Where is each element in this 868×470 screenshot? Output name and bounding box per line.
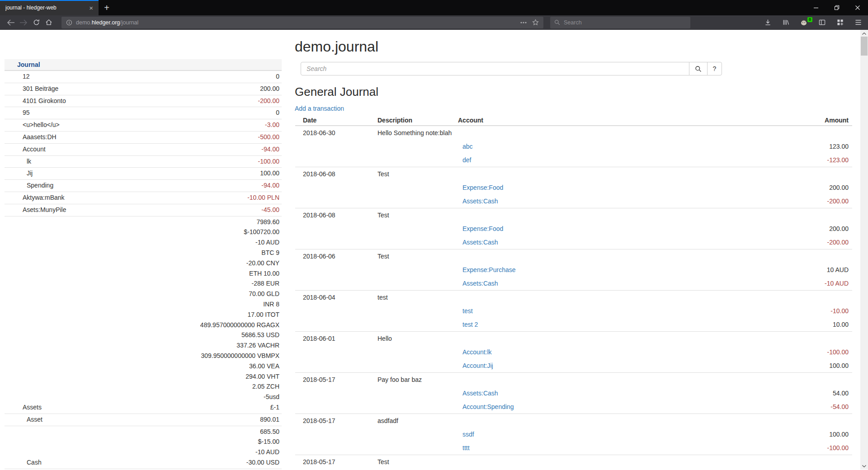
transaction-header-row: 2018-05-17 Pay foo bar baz bbox=[295, 373, 852, 386]
scrollbar-down-button[interactable] bbox=[860, 462, 868, 470]
window-close-button[interactable] bbox=[847, 0, 868, 15]
sidebar-account-balance: -100.00 bbox=[258, 156, 282, 167]
posting-account-link[interactable]: Expense:Purchase bbox=[458, 266, 766, 273]
column-header-description: Description bbox=[377, 117, 458, 124]
posting-account-link[interactable]: Account:Spending bbox=[458, 403, 766, 410]
transaction-date: 2018-06-30 bbox=[295, 129, 377, 136]
sidebar-account-link[interactable]: 301 Beiträge bbox=[5, 84, 260, 94]
posting-row: def -123.00 bbox=[295, 153, 852, 167]
sidebar-account-row: <u>hello</u> -3.00 bbox=[5, 119, 282, 131]
sidebar-account-link[interactable]: Asets:MunyPile bbox=[5, 205, 261, 215]
journal-search-input[interactable] bbox=[301, 62, 689, 75]
posting-account-link[interactable]: abc bbox=[458, 143, 766, 150]
transaction-date: 2018-05-17 bbox=[295, 376, 377, 383]
posting-row: test 2 10.00 bbox=[295, 318, 852, 331]
page-scrollbar[interactable] bbox=[860, 30, 868, 470]
posting-account-link[interactable]: Assets:Cash bbox=[458, 239, 766, 246]
scrollbar-thumb[interactable] bbox=[861, 37, 868, 56]
sidebar-journal-link[interactable]: Journal bbox=[17, 61, 40, 68]
transaction-list: 2018-06-30 Hello Something note:blah abc… bbox=[295, 126, 852, 469]
posting-account-link[interactable]: def bbox=[458, 156, 766, 164]
posting-row: Expense:Food 200.00 bbox=[295, 222, 852, 235]
menu-button[interactable] bbox=[852, 19, 864, 25]
transaction-description: Test bbox=[377, 458, 458, 465]
sidebar-account-link[interactable]: <u>hello</u> bbox=[5, 120, 265, 130]
home-icon bbox=[45, 19, 52, 26]
new-tab-button[interactable]: + bbox=[99, 0, 115, 15]
search-submit-button[interactable] bbox=[689, 62, 708, 75]
browser-search-bar[interactable]: Search bbox=[550, 17, 690, 28]
reload-button[interactable] bbox=[30, 19, 42, 26]
download-icon bbox=[764, 19, 771, 26]
posting-account-link[interactable]: Assets:Cash bbox=[458, 280, 766, 287]
posting-row: Account:Jij 100.00 bbox=[295, 359, 852, 372]
customize-button[interactable] bbox=[834, 19, 846, 26]
back-button[interactable] bbox=[5, 19, 17, 26]
add-transaction-link[interactable]: Add a transaction bbox=[295, 105, 344, 112]
tab-close-icon[interactable]: × bbox=[88, 5, 94, 11]
transaction-description: Test bbox=[377, 212, 458, 219]
sidebar-account-row: Spending -94.00 bbox=[5, 179, 282, 192]
library-button[interactable] bbox=[779, 19, 792, 26]
posting-account-link[interactable]: Assets:Cash bbox=[458, 390, 766, 397]
posting-account-link[interactable]: Account:Jij bbox=[458, 362, 766, 369]
posting-account-link[interactable]: Account:lk bbox=[458, 348, 766, 356]
search-help-button[interactable]: ? bbox=[707, 62, 722, 75]
posting-amount: 123.00 bbox=[766, 143, 852, 150]
sidebar-account-link[interactable]: lk bbox=[5, 156, 258, 167]
page-actions-button[interactable] bbox=[520, 22, 527, 24]
journal-table: Date Description Account Amount 2018-06-… bbox=[295, 115, 852, 469]
posting-row: ssdf 100.00 bbox=[295, 428, 852, 441]
posting-account-link[interactable]: ssdf bbox=[458, 431, 766, 438]
window-controls bbox=[806, 0, 868, 15]
sidebar-account-link[interactable]: Cash bbox=[5, 457, 246, 468]
sidebar-account-link[interactable]: 4101 Girokonto bbox=[5, 96, 258, 106]
site-info-icon[interactable] bbox=[66, 19, 72, 26]
posting-amount: 10 AUD bbox=[766, 266, 852, 273]
posting-account-link[interactable]: test bbox=[458, 307, 766, 315]
posting-account-link[interactable]: tttt bbox=[458, 444, 766, 451]
sidebar-account-link[interactable]: 95 bbox=[5, 108, 276, 118]
downloads-button[interactable] bbox=[761, 19, 774, 26]
bookmark-star-button[interactable] bbox=[532, 19, 539, 26]
sidebar-accounts-table: Journal 12 0 301 Beiträge 200.00 4101 Gi… bbox=[5, 59, 282, 470]
posting-amount: -10.00 bbox=[766, 307, 852, 315]
posting-row: Assets:Cash -200.00 bbox=[295, 235, 852, 249]
menu-icon bbox=[855, 19, 862, 25]
sidebar-account-link[interactable]: Jij bbox=[5, 168, 260, 179]
url-path: /journal bbox=[120, 19, 138, 26]
posting-account-link[interactable]: Expense:Food bbox=[458, 184, 766, 191]
grid-add-icon bbox=[837, 19, 844, 26]
sidebar-account-link[interactable]: Asset bbox=[5, 414, 260, 425]
sidebar-account-link[interactable]: Aaasets:DH bbox=[5, 132, 258, 142]
transaction-date: 2018-06-01 bbox=[295, 335, 377, 342]
posting-account-link[interactable]: Assets:Cash bbox=[458, 197, 766, 205]
scrollbar-up-button[interactable] bbox=[860, 30, 868, 37]
sidebar-account-link[interactable]: Assets bbox=[5, 402, 200, 413]
sidebar-account-link[interactable]: Aktywa:mBank bbox=[5, 193, 247, 203]
column-header-amount: Amount bbox=[766, 117, 852, 124]
transaction-description: Hello bbox=[377, 335, 458, 342]
transaction: 2018-05-17 Pay foo bar baz Assets:Cash 5… bbox=[295, 372, 852, 414]
transaction-description: Test bbox=[377, 253, 458, 260]
sidebar: Journal 12 0 301 Beiträge 200.00 4101 Gi… bbox=[0, 30, 283, 470]
extension-button[interactable]: 0 bbox=[797, 19, 810, 26]
sidebar-account-link[interactable]: 12 bbox=[5, 71, 276, 82]
posting-account-link[interactable]: test 2 bbox=[458, 321, 766, 328]
sidebar-account-link[interactable]: Account bbox=[5, 144, 261, 155]
sidebar-account-row: 12 0 bbox=[5, 71, 282, 83]
transaction-description: Test bbox=[377, 170, 458, 178]
window-restore-button[interactable] bbox=[826, 0, 847, 15]
posting-amount: 100.00 bbox=[766, 362, 852, 369]
browser-tab[interactable]: journal - hledger-web × bbox=[0, 0, 99, 15]
url-bar[interactable]: demo.hledger.org/journal bbox=[61, 17, 543, 28]
home-button[interactable] bbox=[42, 19, 55, 26]
transaction-date: 2018-06-08 bbox=[295, 170, 377, 178]
forward-button[interactable] bbox=[17, 19, 30, 26]
browser-tabbar: journal - hledger-web × + bbox=[0, 0, 868, 15]
transaction: 2018-06-06 Test Expense:Purchase 10 AUD … bbox=[295, 249, 852, 290]
window-minimize-button[interactable] bbox=[806, 0, 826, 15]
posting-account-link[interactable]: Expense:Food bbox=[458, 225, 766, 232]
sidebar-toggle-button[interactable] bbox=[816, 19, 828, 26]
sidebar-account-link[interactable]: Spending bbox=[5, 180, 261, 191]
